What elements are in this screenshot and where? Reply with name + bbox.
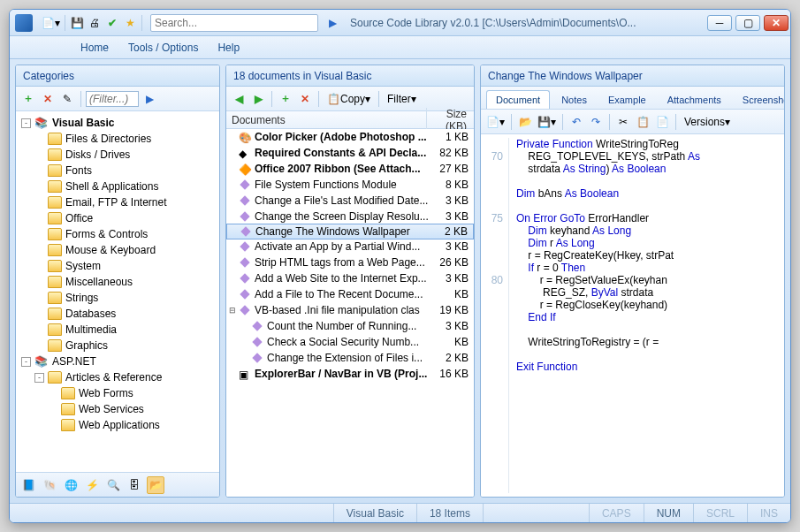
detail-cut-button[interactable]: ✂: [614, 113, 632, 131]
document-row[interactable]: ◆Required Constants & API Decla...82 KB: [226, 145, 474, 161]
tree-item[interactable]: Forms & Controls: [18, 226, 217, 242]
detail-redo-button[interactable]: ↷: [587, 113, 605, 131]
tree-item[interactable]: Mouse & Keyboard: [18, 242, 217, 258]
menubar: Home Tools / Options Help: [10, 36, 790, 59]
document-row[interactable]: Strip HTML tags from a Web Page...26 KB: [226, 255, 474, 270]
tree-item[interactable]: Strings: [18, 290, 217, 306]
view-tree-icon[interactable]: 📘: [19, 476, 37, 494]
documents-list-header[interactable]: Documents Size (KB): [226, 111, 474, 129]
tab-document[interactable]: Document: [486, 90, 550, 109]
close-button[interactable]: ✕: [764, 15, 789, 31]
tree-item[interactable]: Fonts: [18, 163, 217, 179]
new-button[interactable]: 📄▾: [40, 14, 62, 32]
document-row[interactable]: 🎨Color Picker (Adobe Photoshop ...1 KB: [226, 129, 474, 145]
tree-item[interactable]: Graphics: [18, 338, 217, 353]
workspace: Categories ＋ ✕ ✎ ▶ -📚Visual BasicFiles &…: [10, 59, 790, 503]
search-input[interactable]: [150, 14, 318, 32]
app-window: 📄▾ 💾 🖨 ✔ ★ ▶ Source Code Library v2.0.1 …: [9, 9, 791, 523]
status-num: NUM: [644, 504, 693, 522]
detail-paste-button[interactable]: 📄: [653, 113, 671, 131]
document-row[interactable]: Add a File to The Recent Docume...KB: [226, 286, 474, 302]
document-row[interactable]: Change a File's Last Modified Date...3 K…: [226, 193, 474, 209]
categories-title: Categories: [16, 65, 219, 87]
versions-button[interactable]: Versions ▾: [681, 113, 734, 131]
forward-button[interactable]: ▶: [249, 90, 267, 108]
tree-item[interactable]: Office: [18, 210, 217, 226]
document-row[interactable]: File System Functions Module8 KB: [226, 177, 474, 193]
back-button[interactable]: ◀: [230, 90, 248, 108]
statusbar: Visual Basic 18 Items CAPS NUM SCRL INS: [10, 503, 790, 522]
favorite-button[interactable]: ★: [121, 14, 139, 32]
view-db-icon[interactable]: 🗄: [126, 476, 143, 494]
save-button[interactable]: 💾: [68, 14, 86, 32]
detail-open-button[interactable]: 📂: [516, 113, 534, 131]
tree-item[interactable]: -📚ASP.NET: [18, 353, 217, 369]
menu-home[interactable]: Home: [80, 42, 109, 54]
menu-help[interactable]: Help: [217, 42, 240, 54]
documents-title: 18 documents in Visual Basic: [226, 65, 474, 87]
maximize-button[interactable]: ▢: [735, 15, 760, 31]
detail-new-button[interactable]: 📄▾: [484, 113, 507, 131]
tree-item[interactable]: Web Forms: [18, 385, 217, 401]
view-lang-icon[interactable]: 🐚: [41, 476, 58, 494]
document-row[interactable]: Change the Extension of Files i...2 KB: [226, 350, 474, 366]
minimize-button[interactable]: ─: [707, 15, 732, 31]
tree-item[interactable]: Web Applications: [18, 417, 217, 433]
document-row[interactable]: Count the Number of Running...3 KB: [226, 318, 474, 334]
delete-doc-button[interactable]: ✕: [296, 90, 314, 108]
tab-screenshots[interactable]: Screenshots: [733, 90, 785, 109]
col-documents[interactable]: Documents: [226, 114, 426, 126]
status-count: 18 Items: [416, 504, 483, 522]
tree-item[interactable]: Email, FTP & Internet: [18, 194, 217, 210]
tab-notes[interactable]: Notes: [552, 90, 597, 109]
edit-category-button[interactable]: ✎: [58, 90, 76, 108]
add-category-button[interactable]: ＋: [19, 90, 37, 108]
detail-panel: Change The Windows Wallpaper Document No…: [480, 65, 785, 498]
tree-item[interactable]: -📚Visual Basic: [18, 115, 217, 131]
print-button[interactable]: 🖨: [86, 14, 103, 32]
categories-bottom-bar: 📘 🐚 🌐 ⚡ 🔍 🗄 📂: [16, 472, 219, 497]
view-fav-icon[interactable]: ⚡: [83, 476, 101, 494]
categories-tree[interactable]: -📚Visual BasicFiles & DirectoriesDisks /…: [16, 111, 219, 472]
view-web-icon[interactable]: 🌐: [62, 476, 80, 494]
view-active-icon[interactable]: 📂: [147, 476, 164, 494]
menu-tools[interactable]: Tools / Options: [128, 42, 198, 54]
copy-button[interactable]: 📋 Copy ▾: [324, 90, 374, 108]
detail-undo-button[interactable]: ↶: [568, 113, 585, 131]
tree-item[interactable]: Shell & Applications: [18, 179, 217, 194]
tree-item[interactable]: Multimedia: [18, 322, 217, 338]
document-row[interactable]: Change the Screen Display Resolu...3 KB: [226, 209, 474, 224]
detail-save-button[interactable]: 💾▾: [536, 113, 558, 131]
document-row[interactable]: Check a Social Security Numb...KB: [226, 334, 474, 350]
document-row[interactable]: Activate an App by a Partial Wind...3 KB: [226, 239, 474, 255]
tree-item[interactable]: System: [18, 258, 217, 274]
tree-item[interactable]: Web Services: [18, 401, 217, 417]
detail-toolbar: 📄▾ 📂 💾▾ ↶ ↷ ✂ 📋 📄 Versions ▾: [481, 110, 784, 134]
tree-item[interactable]: -Articles & Reference: [18, 369, 217, 385]
document-row[interactable]: ▣ExplorerBar / NavBar in VB (Proj...16 K…: [226, 366, 474, 382]
document-row[interactable]: Change The Windows Wallpaper2 KB: [226, 224, 474, 239]
tab-example[interactable]: Example: [598, 90, 656, 109]
code-editor[interactable]: 70 75 80 Private Function WriteStringToR…: [481, 134, 784, 497]
view-search-icon[interactable]: 🔍: [104, 476, 122, 494]
documents-list[interactable]: 🎨Color Picker (Adobe Photoshop ...1 KB ◆…: [226, 129, 474, 497]
check-button[interactable]: ✔: [103, 14, 121, 32]
search-go-button[interactable]: ▶: [324, 14, 341, 32]
titlebar: 📄▾ 💾 🖨 ✔ ★ ▶ Source Code Library v2.0.1 …: [10, 10, 790, 36]
categories-filter-go[interactable]: ▶: [141, 90, 158, 108]
delete-category-button[interactable]: ✕: [39, 90, 57, 108]
documents-panel: 18 documents in Visual Basic ◀ ▶ ＋ ✕ 📋 C…: [225, 65, 475, 498]
tab-attachments[interactable]: Attachments: [658, 90, 731, 109]
tree-item[interactable]: Files & Directories: [18, 131, 217, 147]
tree-item[interactable]: Databases: [18, 306, 217, 322]
document-row[interactable]: 🔶Office 2007 Ribbon (See Attach...27 KB: [226, 161, 474, 177]
status-ins: INS: [747, 504, 790, 522]
tree-item[interactable]: Disks / Drives: [18, 147, 217, 163]
add-doc-button[interactable]: ＋: [277, 90, 294, 108]
detail-copy-button[interactable]: 📋: [634, 113, 651, 131]
filter-button[interactable]: Filter ▾: [384, 90, 420, 108]
document-row[interactable]: ⊟VB-based .Ini file manipulation clas19 …: [226, 302, 474, 318]
document-row[interactable]: Add a Web Site to the Internet Exp...3 K…: [226, 270, 474, 286]
categories-filter-input[interactable]: [86, 91, 139, 107]
tree-item[interactable]: Miscellaneous: [18, 274, 217, 290]
